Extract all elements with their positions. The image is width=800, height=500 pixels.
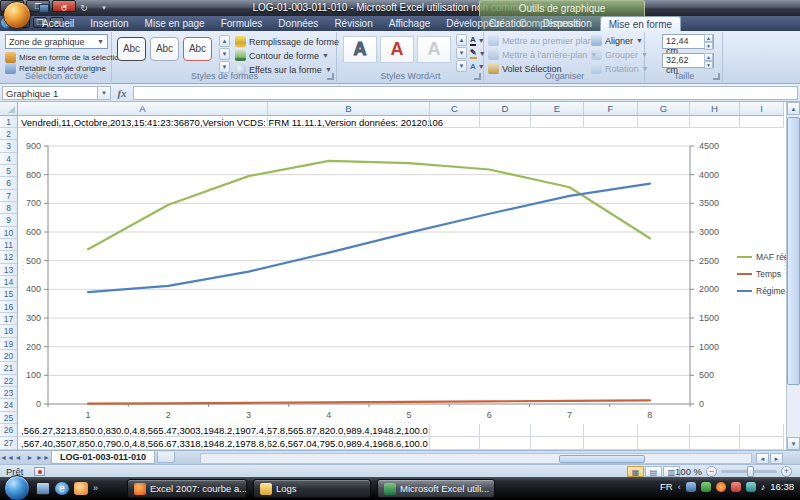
gallery-up-icon[interactable]: ▲	[456, 34, 467, 46]
tab-formules[interactable]: Formules	[213, 16, 271, 31]
row-header-14[interactable]: 14	[0, 276, 18, 288]
wordart-thumb-2[interactable]: A	[380, 36, 414, 63]
format-selection-button[interactable]: Mise en forme de la sélection	[5, 52, 123, 63]
tray-icon[interactable]	[731, 482, 741, 492]
row-header-1[interactable]: 1	[0, 116, 18, 128]
tray-collapse-icon[interactable]: ‹	[678, 482, 681, 492]
vertical-scrollbar[interactable]: ▲ ▼	[786, 102, 800, 450]
shape-style-scroll[interactable]: ▲ ▼ ▼	[219, 35, 230, 73]
volume-icon[interactable]: ♪	[761, 482, 766, 492]
row-header-24[interactable]: 24	[0, 399, 18, 411]
row-header-13[interactable]: 13	[0, 264, 18, 276]
row-header-8[interactable]: 8	[0, 202, 18, 214]
row-header-22[interactable]: 22	[0, 375, 18, 387]
zoom-slider-thumb[interactable]	[747, 466, 754, 477]
shape-style-thumb-2[interactable]: Abc	[150, 37, 179, 61]
row-header-20[interactable]: 20	[0, 350, 18, 362]
page-layout-view-icon[interactable]: ▤	[645, 466, 662, 477]
row-header-4[interactable]: 4	[0, 153, 18, 165]
sheet-tab[interactable]: LOG-01-003-011-010	[51, 451, 155, 464]
wordart-scroll[interactable]: ▲ ▼ ▼	[456, 34, 467, 68]
next-sheet-icon[interactable]: ►	[24, 454, 36, 461]
cell-a26[interactable]: ,566.27,3213,850.0,830.0,4.8,565.47,3003…	[21, 425, 428, 436]
row-header-23[interactable]: 23	[0, 387, 18, 399]
horizontal-scroll-thumb[interactable]	[559, 455, 645, 463]
gallery-up-icon[interactable]: ▲	[219, 35, 230, 47]
row-header-7[interactable]: 7	[0, 190, 18, 202]
row-header-10[interactable]: 10	[0, 227, 18, 239]
qat-customize-icon[interactable]: ▼	[96, 2, 112, 15]
taskbar-button-logs[interactable]: Logs	[253, 479, 371, 498]
shape-style-thumb-1[interactable]: Abc	[117, 37, 146, 61]
zoom-out-icon[interactable]: −	[706, 466, 717, 477]
macro-record-icon[interactable]	[34, 467, 45, 476]
internet-explorer-icon[interactable]: e	[55, 482, 69, 495]
tray-icon[interactable]	[701, 482, 711, 492]
row-header-9[interactable]: 9	[0, 214, 18, 226]
height-stepper[interactable]: ▲▼	[704, 34, 713, 49]
row-header-21[interactable]: 21	[0, 362, 18, 374]
gallery-down-icon[interactable]: ▼	[456, 47, 467, 59]
chart-handle-top[interactable]: ····	[396, 126, 411, 130]
row-27[interactable]: ,567.40,3507,850.0,790.0,4.8,566.67,3318…	[18, 437, 784, 450]
tab-accueil[interactable]: Accueil	[34, 16, 82, 31]
zoom-level[interactable]: 100 %	[675, 466, 702, 477]
row-header-12[interactable]: 12	[0, 251, 18, 263]
insert-function-icon[interactable]: fx	[111, 87, 133, 99]
row-header-27[interactable]: 27	[0, 437, 18, 450]
tab-affichage[interactable]: Affichage	[381, 16, 439, 31]
clock[interactable]: 16:38	[770, 481, 794, 492]
zoom-in-icon[interactable]: +	[781, 466, 792, 477]
taskbar-button-microsoft-excel-utili-[interactable]: Microsoft Excel utili...	[377, 479, 495, 498]
column-header-c[interactable]: C	[430, 102, 480, 116]
prev-sheet-icon[interactable]: ◄	[12, 454, 24, 461]
row-header-26[interactable]: 26	[0, 424, 18, 437]
undo-icon[interactable]: ↺	[56, 2, 72, 15]
tab-donnees[interactable]: Données	[270, 16, 326, 31]
tab-mise-en-forme[interactable]: Mise en forme	[600, 16, 681, 31]
tray-icon[interactable]	[746, 482, 756, 492]
last-sheet-icon[interactable]: ►►	[36, 454, 48, 461]
column-header-b[interactable]: B	[268, 102, 430, 116]
row-header-15[interactable]: 15	[0, 288, 18, 300]
tab-creation[interactable]: Création	[481, 16, 535, 31]
cell-a1[interactable]: Vendredi,11,Octobre,2013,15:41:23:36870,…	[21, 117, 443, 128]
start-button[interactable]	[4, 475, 30, 500]
scroll-up-icon[interactable]: ▲	[787, 102, 800, 115]
first-sheet-icon[interactable]: ◄◄	[0, 454, 12, 461]
cell-a27[interactable]: ,567.40,3507,850.0,790.0,4.8,566.67,3318…	[21, 438, 428, 449]
wordart-thumb-3[interactable]: A	[417, 36, 451, 63]
row-header-19[interactable]: 19	[0, 338, 18, 350]
name-box[interactable]: Graphique 1	[2, 86, 98, 100]
row-header-11[interactable]: 11	[0, 239, 18, 251]
column-header-i[interactable]: I	[740, 102, 784, 116]
name-box-dropdown-icon[interactable]: ▼	[98, 86, 111, 100]
show-desktop-icon[interactable]	[36, 482, 50, 495]
formula-input[interactable]	[133, 86, 798, 100]
row-header-3[interactable]: 3	[0, 140, 18, 152]
save-icon[interactable]	[36, 2, 52, 15]
scroll-down-icon[interactable]: ▼	[787, 437, 800, 450]
zoom-slider[interactable]	[721, 470, 777, 473]
row-header-5[interactable]: 5	[0, 165, 18, 177]
chart-object[interactable]: 0100200300400500600700800900050010001500…	[18, 128, 786, 424]
tab-mise-en-page[interactable]: Mise en page	[137, 16, 213, 31]
quick-launch-overflow-icon[interactable]: »	[93, 483, 98, 493]
mail-icon[interactable]	[74, 482, 88, 495]
wordart-thumb-1[interactable]: A	[343, 36, 377, 63]
row-header-6[interactable]: 6	[0, 177, 18, 189]
chart-elements-combo[interactable]: Zone de graphique▼	[5, 34, 108, 49]
shape-style-thumb-3[interactable]: Abc	[183, 37, 212, 61]
column-header-e[interactable]: E	[531, 102, 584, 116]
tab-insertion[interactable]: Insertion	[82, 16, 136, 31]
tray-icon[interactable]	[716, 482, 726, 492]
normal-view-icon[interactable]: ▦	[627, 466, 644, 477]
gallery-down-icon[interactable]: ▼	[219, 48, 230, 60]
row-header-17[interactable]: 17	[0, 313, 18, 325]
row-header-18[interactable]: 18	[0, 325, 18, 337]
language-indicator[interactable]: FR	[660, 481, 673, 492]
shape-outline-button[interactable]: Contour de forme▼	[235, 50, 329, 61]
column-header-a[interactable]: A	[18, 102, 268, 116]
horizontal-scrollbar[interactable]	[200, 453, 752, 464]
row-header-2[interactable]: 2	[0, 128, 18, 140]
